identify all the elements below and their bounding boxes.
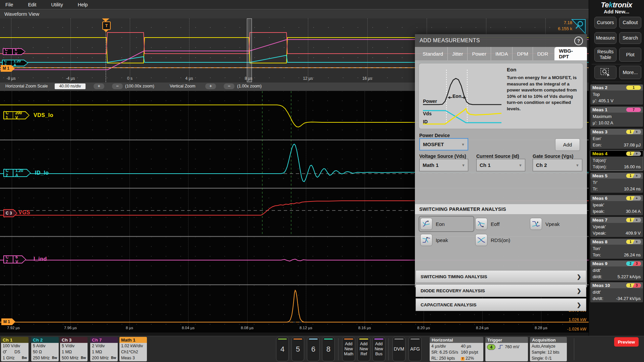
ch3-status-badge[interactable]: Ch 3 5 V/div 1 MΩ 500 MHzBw xyxy=(60,337,88,361)
meas-1-card[interactable]: Meas 17 Maximum µ': 10.02 A xyxy=(590,107,643,127)
meas-3-card[interactable]: Meas 31+ Eon' Eon:37.08 µJ xyxy=(590,129,643,149)
tick-label: 8.20 µs xyxy=(411,326,436,330)
param-rdson-button[interactable]: RDS(on) xyxy=(475,234,510,246)
plot-button[interactable]: Plot xyxy=(619,48,641,62)
power-device-select[interactable]: MOSFET▼ xyxy=(419,138,468,150)
button-label: Search xyxy=(623,35,638,41)
trigger-marker[interactable]: T xyxy=(102,21,111,30)
menu-utility[interactable]: Utility xyxy=(51,2,63,7)
tab-dpm[interactable]: DPM xyxy=(512,47,532,60)
h-zoom-plus-button[interactable]: + xyxy=(94,83,104,89)
zoom-select-button[interactable] xyxy=(594,66,616,79)
meas-6-card[interactable]: Meas 61+ Ipeak' Ipeak:30.04 A xyxy=(590,195,643,215)
ch1-status-badge[interactable]: Ch 1 100 V/div DS 1 GHzBw xyxy=(1,337,29,361)
tab-wbg-dpt[interactable]: WBG-DPT xyxy=(554,47,587,60)
horizontal-panel[interactable]: Horizontal 4 µs/div40 µs SR: 6.25 GS/s16… xyxy=(430,337,483,361)
menu-edit[interactable]: Edit xyxy=(28,2,36,7)
results-table-button[interactable]: Results Table xyxy=(594,48,616,62)
overview-zoom-icon[interactable] xyxy=(571,19,586,34)
voltage-source-select[interactable]: Math 1▼ xyxy=(419,159,468,171)
help-icon[interactable]: ? xyxy=(574,37,583,45)
ch2-status-badge[interactable]: Ch 2 5 A/div 50 Ω 250 MHzBw xyxy=(31,337,59,361)
tab-imda[interactable]: IMDA xyxy=(491,47,513,60)
measure-button[interactable]: Measure xyxy=(594,32,616,44)
add-button[interactable]: Add xyxy=(555,138,580,151)
ch1-trace-label[interactable]: VDS_lo xyxy=(34,112,53,118)
add-new-ref-button[interactable]: Add New Ref xyxy=(357,337,370,361)
ch7-trace-label[interactable]: I_ind xyxy=(34,256,47,262)
param-vpeak-button[interactable]: Vpeak xyxy=(530,218,560,230)
meas-7-card[interactable]: Meas 71+ Vpeak' Vpeak:409.9 V xyxy=(590,217,643,237)
source-badge: 1+ xyxy=(626,240,641,244)
current-source-select[interactable]: Ch 1▼ xyxy=(476,159,525,171)
meas-name: Meas 7 xyxy=(592,218,607,223)
switching-timing-analysis-accordion[interactable]: SWITCHING TIMING ANALYSIS❯ xyxy=(416,270,586,283)
meas-name: Meas 2 xyxy=(592,85,607,90)
readout-value: 7.18 xyxy=(544,20,572,26)
acquisition-panel[interactable]: Acquisition Auto,Analyze Sample: 12 bits… xyxy=(530,337,567,361)
param-eon-button[interactable]: Eon xyxy=(420,218,445,230)
channel-6-button[interactable]: 6 xyxy=(307,337,320,361)
preview-button[interactable]: Preview xyxy=(614,337,639,347)
dialog-tab-bar: Standard Jitter Power IMDA DPM DDR WBG-D… xyxy=(415,47,587,60)
param-eoff-button[interactable]: Eoff xyxy=(475,218,499,230)
channel-5-button[interactable]: 5 xyxy=(291,337,304,361)
meas-4-card-selected[interactable]: Meas 41+ Td(on)' Td(on):16.00 ns xyxy=(590,150,643,171)
meas-9-card[interactable]: Meas 923 d/dt' di/dt:5.227 kA/µs xyxy=(590,260,643,281)
meas-10-card[interactable]: Meas 1013 d/dt' dv/dt:-34.27 kV/µs xyxy=(590,282,643,302)
channel-termination: 50 Ω xyxy=(33,349,42,355)
meas-stat-value: 30.04 A xyxy=(626,208,641,215)
gate-source-select[interactable]: Ch 2▼ xyxy=(533,159,582,171)
meas-type: Ton' xyxy=(593,245,641,252)
dialog-header[interactable]: ADD MEASUREMENTS xyxy=(415,34,587,47)
overview-badge-ch7[interactable]: C 76 V xyxy=(3,48,25,55)
info-title: Eon xyxy=(507,67,516,72)
channel-4-button[interactable]: 4 xyxy=(276,337,289,361)
current-source-value: Ch 1 xyxy=(480,162,491,168)
ch2-badge[interactable]: C 21.20 A xyxy=(3,169,31,177)
ch7-badge[interactable]: C 76 V xyxy=(3,255,26,263)
ch7-status-badge[interactable]: Ch 7 2 V/div 1 MΩ 200 MHzBw xyxy=(90,337,118,361)
meas-8-card[interactable]: Meas 81+ Ton' Ton:26.24 ns xyxy=(590,239,643,259)
param-label: Vpeak xyxy=(545,221,560,227)
afg-button[interactable]: AFG xyxy=(409,337,422,361)
ch1-badge[interactable]: C 1200 V xyxy=(3,111,30,119)
acq-sample-bits: Sample: 12 bits xyxy=(532,349,559,355)
channel-scale: 5 A/div xyxy=(33,343,46,349)
cursors-button[interactable]: Cursors xyxy=(594,17,616,28)
menu-file[interactable]: File xyxy=(5,2,13,7)
math1-status-badge[interactable]: Math 1 1.02 kW/div Ch1*Ch2 Meas 3 xyxy=(119,337,147,361)
channel-8-button[interactable]: 8 xyxy=(322,337,335,361)
trigger-panel[interactable]: Trigger 4 760 mV xyxy=(485,337,528,361)
tab-standard[interactable]: Standard xyxy=(418,47,447,60)
dvm-button[interactable]: DVM xyxy=(392,337,406,361)
add-new-bus-button[interactable]: Add New Bus xyxy=(372,337,385,361)
capacitance-analysis-accordion[interactable]: CAPACITANCE ANALYSIS❯ xyxy=(416,298,586,311)
param-ipeak-button[interactable]: Ipeak xyxy=(420,234,448,246)
search-button[interactable]: Search xyxy=(619,32,641,44)
zoom-window-selector[interactable] xyxy=(247,18,252,82)
tab-ddr[interactable]: DDR xyxy=(533,47,553,60)
channel-bandwidth: 500 MHz xyxy=(62,355,78,361)
h-zoom-minus-button[interactable]: − xyxy=(112,83,123,89)
horizontal-zoom-scale-value[interactable]: 40.00 ns/div xyxy=(55,83,86,89)
v-zoom-minus-button[interactable]: − xyxy=(224,83,234,89)
chevron-down-icon: ▼ xyxy=(461,142,465,146)
v-zoom-plus-button[interactable]: + xyxy=(205,83,216,89)
ch3-trace-label[interactable]: VGS xyxy=(18,209,30,216)
callout-button[interactable]: Callout xyxy=(619,17,641,28)
gray-stripe xyxy=(394,339,404,340)
diagram-eon-label: Eon xyxy=(452,94,461,99)
meas-5-card[interactable]: Meas 51+ Tr' Tr:10.24 ns xyxy=(590,173,643,193)
trigger-marker-label: T xyxy=(105,23,108,28)
meas-2-card[interactable]: Meas 21 Top µ': 405.1 V xyxy=(590,84,643,105)
trigger-position: T22% xyxy=(461,355,474,361)
add-new-math-button[interactable]: Add New Math xyxy=(342,337,355,361)
menu-help[interactable]: Help xyxy=(78,2,88,7)
gate-source-label: Gate Source (Vgs) xyxy=(533,154,573,159)
more-button[interactable]: More... xyxy=(619,66,641,79)
diode-recovery-analysis-accordion[interactable]: DIODE RECOVERY ANALYSIS❯ xyxy=(416,284,586,297)
ch2-trace-label[interactable]: ID_lo xyxy=(35,170,49,176)
tab-jitter[interactable]: Jitter xyxy=(447,47,468,60)
tab-power[interactable]: Power xyxy=(467,47,491,60)
